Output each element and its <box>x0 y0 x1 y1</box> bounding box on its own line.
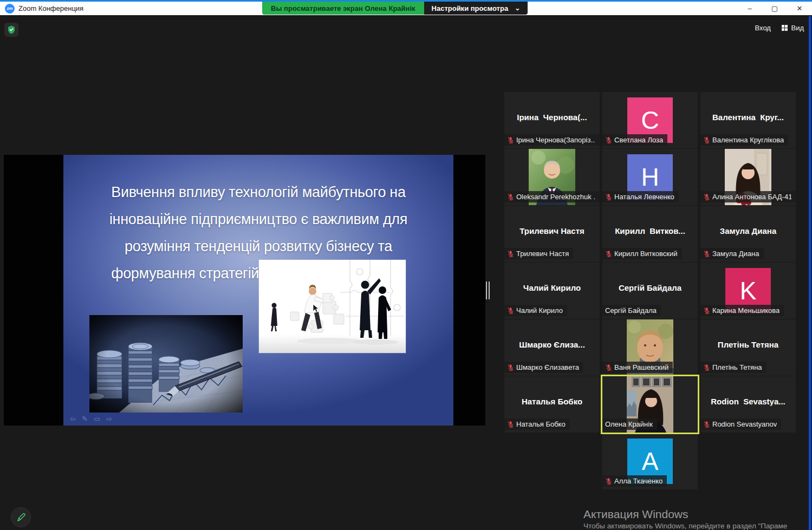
next-slide-icon[interactable]: ⇨ <box>106 415 112 423</box>
login-button[interactable]: Вход <box>755 24 771 32</box>
window-title: Zoom Конференция <box>18 4 83 12</box>
annotate-button[interactable] <box>11 507 31 527</box>
maximize-button[interactable]: ▢ <box>762 2 787 15</box>
muted-mic-icon <box>703 307 710 315</box>
participant-tile[interactable]: Замула Диана Замула Диана <box>700 206 796 262</box>
nameplate: Чалий Кирило <box>504 305 567 316</box>
participant-name: Шмарко Єлиза... <box>504 339 600 349</box>
nameplate: Алла Ткаченко <box>602 475 667 487</box>
participant-label: Валентина Круглікова <box>712 136 784 144</box>
participant-label: Наталья Бобко <box>516 420 566 428</box>
view-options-dropdown[interactable]: Настройки просмотра ⌄ <box>424 2 528 15</box>
maximize-icon: ▢ <box>771 4 778 12</box>
participant-name: Замула Диана <box>700 226 796 235</box>
participant-tile[interactable]: Алина Антонова БАД-413 <box>700 149 796 205</box>
security-button[interactable] <box>4 23 18 37</box>
view-options-label: Настройки просмотра <box>432 4 509 12</box>
participant-label: Ваня Рашевский <box>614 363 668 371</box>
nameplate: Трилевич Настя <box>504 248 573 259</box>
participant-tile[interactable]: Кирилл Витков... Кирилл Витковский <box>602 206 698 262</box>
nameplate: Rodion Sevastyanov <box>700 418 781 430</box>
nameplate: Ваня Рашевский <box>602 362 673 373</box>
participant-name: Трилевич Настя <box>504 226 600 235</box>
zoom-meeting-window: zm Zoom Конференция – ▢ ✕ Вы просматрива… <box>0 0 812 530</box>
participant-label: Алла Ткаченко <box>614 477 662 485</box>
participant-tile[interactable]: K Карина Меньшикова <box>700 263 796 319</box>
participant-tile[interactable]: Чалий Кирило Чалий Кирило <box>504 263 600 319</box>
muted-mic-icon <box>703 136 710 144</box>
participant-label: Ірина Чернова(Запоріз... <box>516 136 595 144</box>
participant-name: Ірина Чернова(... <box>504 112 600 121</box>
muted-mic-icon <box>605 477 612 485</box>
slide-line-3: розуміння тенденцій розвитку бізнесу та <box>63 233 453 260</box>
muted-mic-icon <box>605 136 612 144</box>
muted-mic-icon <box>703 421 710 428</box>
screen-share-banner: Вы просматриваете экран Олена Крайнік На… <box>262 2 528 15</box>
gallery-view-icon <box>782 25 788 31</box>
window-controls: – ▢ ✕ <box>737 2 812 15</box>
windows-activation-watermark-subtext: Чтобы активировать Windows, перейдите в … <box>583 522 809 530</box>
participant-tile[interactable]: Наталья Бобко Наталья Бобко <box>504 376 600 433</box>
panel-resize-handle[interactable] <box>486 282 491 299</box>
participant-grid: Ірина Чернова(... Ірина Чернова(Запоріз.… <box>504 92 796 489</box>
participant-label: Олена Крайнік <box>605 420 653 428</box>
participant-tile[interactable]: Сергій БайдалаСергій Байдала <box>602 263 698 319</box>
participant-name: Сергій Байдала <box>602 283 698 292</box>
view-button[interactable]: Вид <box>782 24 804 32</box>
view-label: Вид <box>791 24 804 32</box>
coins-finance-image <box>89 315 243 413</box>
participant-tile[interactable]: Ірина Чернова(... Ірина Чернова(Запоріз.… <box>504 92 600 148</box>
participant-tile[interactable]: Валентина Круг... Валентина Круглікова <box>700 92 796 148</box>
nameplate: Ірина Чернова(Запоріз... <box>504 134 600 146</box>
close-button[interactable]: ✕ <box>787 2 812 15</box>
slide-line-1: Вивчення впливу технологій майбутнього н… <box>63 179 453 206</box>
participant-tile[interactable]: Oleksandr Perekhozhuk ... <box>504 149 600 205</box>
participant-label: Шмарко Єлизавета <box>516 363 579 371</box>
participant-name: Плетінь Тетяна <box>700 339 796 349</box>
participant-tile[interactable]: Олена Крайнік <box>602 376 698 433</box>
nameplate: Замула Диана <box>700 248 764 259</box>
participant-label: Oleksandr Perekhozhuk ... <box>516 193 595 201</box>
minimize-icon: – <box>748 4 751 12</box>
participant-tile[interactable]: C Светлана Лоза <box>602 92 698 148</box>
zoom-logo-icon: zm <box>5 4 15 14</box>
muted-mic-icon <box>703 193 710 201</box>
login-label: Вход <box>755 24 771 32</box>
nameplate: Наталья Левченко <box>602 191 679 202</box>
pencil-icon <box>16 512 27 523</box>
shared-screen-view: Вивчення впливу технологій майбутнього н… <box>4 155 485 426</box>
participant-label: Светлана Лоза <box>614 136 663 144</box>
participant-label: Сергій Байдала <box>605 306 657 315</box>
muted-mic-icon <box>507 193 514 201</box>
pen-tool-icon[interactable]: ✎ <box>82 415 88 423</box>
participant-tile[interactable]: Трилевич Настя Трилевич Настя <box>504 206 600 262</box>
participant-label: Кирилл Витковский <box>614 250 678 258</box>
nameplate: Наталья Бобко <box>504 418 570 430</box>
participant-tile[interactable]: Плетінь Тетяна Плетінь Тетяна <box>700 319 796 376</box>
participant-name: Rodion Sevastya... <box>700 396 796 405</box>
muted-mic-icon <box>507 421 514 428</box>
participant-name: Кирилл Витков... <box>602 226 698 235</box>
slideshow-controls: ⇦ ✎ ▭ ⇨ <box>70 415 112 423</box>
nameplate: Олена Крайнік <box>602 418 657 430</box>
slideshow-menu-icon[interactable]: ▭ <box>94 415 100 423</box>
muted-mic-icon <box>507 307 514 315</box>
participant-name: Чалий Кирило <box>504 283 600 292</box>
participant-tile[interactable]: H Наталья Левченко <box>602 149 698 205</box>
participant-tile[interactable]: Шмарко Єлиза... Шмарко Єлизавета <box>504 319 600 376</box>
minimize-button[interactable]: – <box>737 2 762 15</box>
nameplate: Светлана Лоза <box>602 134 667 146</box>
participant-tile[interactable]: Rodion Sevastya... Rodion Sevastyanov <box>700 376 796 433</box>
participant-label: Карина Меньшикова <box>712 306 779 315</box>
muted-mic-icon <box>605 193 612 201</box>
participant-tile[interactable]: A Алла Ткаченко <box>602 433 698 489</box>
participant-label: Плетінь Тетяна <box>712 363 762 371</box>
nameplate: Плетінь Тетяна <box>700 362 766 373</box>
nameplate: Алина Антонова БАД-413 <box>700 191 796 202</box>
nameplate: Шмарко Єлизавета <box>504 362 583 373</box>
chevron-down-icon: ⌄ <box>515 6 520 10</box>
viewing-screen-label: Вы просматриваете экран Олена Крайнік <box>262 2 424 15</box>
prev-slide-icon[interactable]: ⇦ <box>70 415 76 423</box>
muted-mic-icon <box>605 250 612 258</box>
participant-tile[interactable]: Ваня Рашевский <box>602 319 698 376</box>
